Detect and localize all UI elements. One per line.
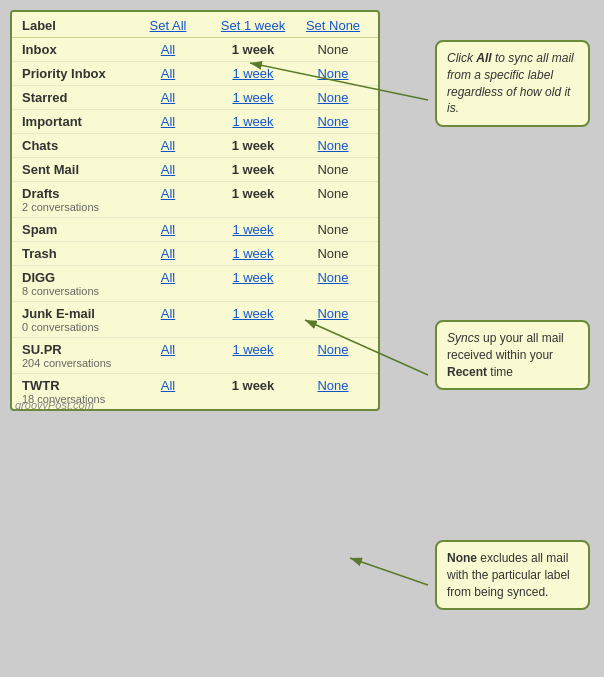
label-name: Spam xyxy=(22,222,128,237)
label-cell: Trash xyxy=(22,246,128,261)
table-header: Label Set All Set 1 week Set None xyxy=(12,12,378,38)
label-cell: Priority Inbox xyxy=(22,66,128,81)
callout-recent: Syncs up your all mail received within y… xyxy=(435,320,590,390)
page-wrapper: Label Set All Set 1 week Set None InboxA… xyxy=(10,10,590,411)
none-value: None xyxy=(298,222,368,237)
label-name: TWTR xyxy=(22,378,128,393)
none-value: None xyxy=(298,162,368,177)
week-value[interactable]: 1 week xyxy=(208,222,298,237)
all-link[interactable]: All xyxy=(128,222,208,237)
label-cell: Junk E-mail0 conversations xyxy=(22,306,128,333)
header-label: Label xyxy=(22,18,128,33)
table-row: TrashAll1 weekNone xyxy=(12,242,378,266)
label-name: Trash xyxy=(22,246,128,261)
week-value[interactable]: 1 week xyxy=(208,270,298,285)
label-name: Sent Mail xyxy=(22,162,128,177)
set-1week-header[interactable]: Set 1 week xyxy=(208,18,298,33)
all-link[interactable]: All xyxy=(128,378,208,393)
label-cell: Chats xyxy=(22,138,128,153)
label-cell: Starred xyxy=(22,90,128,105)
sync-table: Label Set All Set 1 week Set None InboxA… xyxy=(10,10,380,411)
set-all-header[interactable]: Set All xyxy=(128,18,208,33)
week-value[interactable]: 1 week xyxy=(208,342,298,357)
table-row: DIGG8 conversationsAll1 weekNone xyxy=(12,266,378,302)
table-row: SU.PR204 conversationsAll1 weekNone xyxy=(12,338,378,374)
table-row: InboxAll1 weekNone xyxy=(12,38,378,62)
none-value[interactable]: None xyxy=(298,66,368,81)
label-name: SU.PR xyxy=(22,342,128,357)
none-value: None xyxy=(298,246,368,261)
table-row: Sent MailAll1 weekNone xyxy=(12,158,378,182)
week-value: 1 week xyxy=(208,42,298,57)
table-row: ImportantAll1 weekNone xyxy=(12,110,378,134)
none-value[interactable]: None xyxy=(298,270,368,285)
week-value: 1 week xyxy=(208,186,298,201)
label-sub: 0 conversations xyxy=(22,321,128,333)
set-none-header[interactable]: Set None xyxy=(298,18,368,33)
week-value[interactable]: 1 week xyxy=(208,66,298,81)
all-link[interactable]: All xyxy=(128,342,208,357)
label-cell: Drafts2 conversations xyxy=(22,186,128,213)
week-value[interactable]: 1 week xyxy=(208,114,298,129)
all-link[interactable]: All xyxy=(128,138,208,153)
all-link[interactable]: All xyxy=(128,90,208,105)
week-value[interactable]: 1 week xyxy=(208,90,298,105)
label-name: Starred xyxy=(22,90,128,105)
all-link[interactable]: All xyxy=(128,42,208,57)
label-name: Priority Inbox xyxy=(22,66,128,81)
all-link[interactable]: All xyxy=(128,306,208,321)
week-value: 1 week xyxy=(208,378,298,393)
label-name: DIGG xyxy=(22,270,128,285)
all-link[interactable]: All xyxy=(128,114,208,129)
week-value: 1 week xyxy=(208,162,298,177)
watermark: groovyPost.com xyxy=(15,399,94,411)
all-link[interactable]: All xyxy=(128,162,208,177)
all-link[interactable]: All xyxy=(128,186,208,201)
label-sub: 204 conversations xyxy=(22,357,128,369)
table-row: StarredAll1 weekNone xyxy=(12,86,378,110)
label-sub: 8 conversations xyxy=(22,285,128,297)
label-name: Inbox xyxy=(22,42,128,57)
none-value: None xyxy=(298,186,368,201)
all-link[interactable]: All xyxy=(128,270,208,285)
none-value[interactable]: None xyxy=(298,378,368,393)
week-value[interactable]: 1 week xyxy=(208,306,298,321)
label-cell: Inbox xyxy=(22,42,128,57)
label-name: Junk E-mail xyxy=(22,306,128,321)
callout-all: Click All to sync all mail from a specif… xyxy=(435,40,590,127)
label-cell: DIGG8 conversations xyxy=(22,270,128,297)
none-value[interactable]: None xyxy=(298,90,368,105)
label-sub: 2 conversations xyxy=(22,201,128,213)
table-row: SpamAll1 weekNone xyxy=(12,218,378,242)
table-row: ChatsAll1 weekNone xyxy=(12,134,378,158)
none-value: None xyxy=(298,42,368,57)
none-value[interactable]: None xyxy=(298,138,368,153)
none-value[interactable]: None xyxy=(298,306,368,321)
table-row: Junk E-mail0 conversationsAll1 weekNone xyxy=(12,302,378,338)
week-value[interactable]: 1 week xyxy=(208,246,298,261)
label-cell: SU.PR204 conversations xyxy=(22,342,128,369)
label-cell: Sent Mail xyxy=(22,162,128,177)
all-link[interactable]: All xyxy=(128,66,208,81)
label-name: Chats xyxy=(22,138,128,153)
none-value[interactable]: None xyxy=(298,342,368,357)
callout-none: None excludes all mail with the particul… xyxy=(435,540,590,610)
week-value: 1 week xyxy=(208,138,298,153)
table-body: InboxAll1 weekNonePriority InboxAll1 wee… xyxy=(12,38,378,409)
table-row: Priority InboxAll1 weekNone xyxy=(12,62,378,86)
label-name: Drafts xyxy=(22,186,128,201)
label-cell: Important xyxy=(22,114,128,129)
label-name: Important xyxy=(22,114,128,129)
none-value[interactable]: None xyxy=(298,114,368,129)
callout-recent-text: Syncs up your all mail received within y… xyxy=(447,331,564,379)
all-link[interactable]: All xyxy=(128,246,208,261)
callout-all-text: Click All to sync all mail from a specif… xyxy=(447,51,574,115)
svg-line-2 xyxy=(350,558,428,585)
table-row: Drafts2 conversationsAll1 weekNone xyxy=(12,182,378,218)
callout-none-text: None excludes all mail with the particul… xyxy=(447,551,570,599)
label-cell: Spam xyxy=(22,222,128,237)
